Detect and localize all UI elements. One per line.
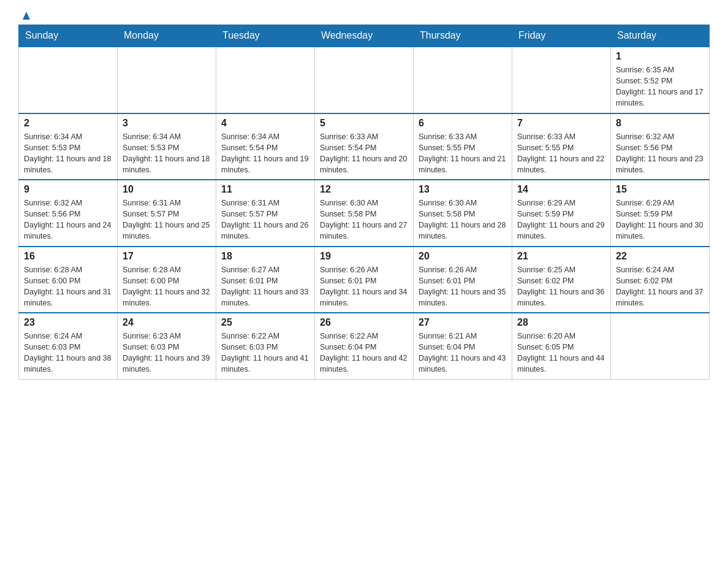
calendar-week-row: 2Sunrise: 6:34 AM Sunset: 5:53 PM Daylig… <box>19 113 710 180</box>
day-number: 6 <box>419 118 507 129</box>
day-info: Sunrise: 6:21 AM Sunset: 6:04 PM Dayligh… <box>419 331 507 375</box>
table-row: 15Sunrise: 6:29 AM Sunset: 5:59 PM Dayli… <box>611 180 710 247</box>
table-row: 28Sunrise: 6:20 AM Sunset: 6:05 PM Dayli… <box>512 313 611 379</box>
day-number: 20 <box>419 251 507 262</box>
day-number: 24 <box>123 317 211 328</box>
day-info: Sunrise: 6:32 AM Sunset: 5:56 PM Dayligh… <box>24 197 112 242</box>
table-row: 11Sunrise: 6:31 AM Sunset: 5:57 PM Dayli… <box>216 180 315 247</box>
table-row: 25Sunrise: 6:22 AM Sunset: 6:03 PM Dayli… <box>216 313 315 379</box>
day-info: Sunrise: 6:22 AM Sunset: 6:03 PM Dayligh… <box>221 331 309 375</box>
table-row: 7Sunrise: 6:33 AM Sunset: 5:55 PM Daylig… <box>512 113 611 180</box>
day-info: Sunrise: 6:25 AM Sunset: 6:02 PM Dayligh… <box>517 264 605 309</box>
day-info: Sunrise: 6:24 AM Sunset: 6:03 PM Dayligh… <box>24 331 112 375</box>
day-info: Sunrise: 6:27 AM Sunset: 6:01 PM Dayligh… <box>221 264 309 309</box>
day-info: Sunrise: 6:26 AM Sunset: 6:01 PM Dayligh… <box>419 264 507 309</box>
calendar-week-row: 23Sunrise: 6:24 AM Sunset: 6:03 PM Dayli… <box>19 313 710 379</box>
day-number: 25 <box>221 317 309 328</box>
day-info: Sunrise: 6:26 AM Sunset: 6:01 PM Dayligh… <box>320 264 408 309</box>
table-row <box>216 47 315 113</box>
day-number: 5 <box>320 118 408 129</box>
day-info: Sunrise: 6:34 AM Sunset: 5:53 PM Dayligh… <box>123 131 211 176</box>
table-row: 3Sunrise: 6:34 AM Sunset: 5:53 PM Daylig… <box>118 113 216 180</box>
day-number: 7 <box>517 118 605 129</box>
table-row <box>512 47 611 113</box>
day-number: 12 <box>320 184 408 195</box>
calendar-header-row: Sunday Monday Tuesday Wednesday Thursday… <box>19 25 710 47</box>
table-row: 27Sunrise: 6:21 AM Sunset: 6:04 PM Dayli… <box>414 313 512 379</box>
day-info: Sunrise: 6:28 AM Sunset: 6:00 PM Dayligh… <box>24 264 112 309</box>
table-row <box>315 47 414 113</box>
day-info: Sunrise: 6:29 AM Sunset: 5:59 PM Dayligh… <box>517 197 605 242</box>
col-sunday: Sunday <box>19 25 118 47</box>
day-info: Sunrise: 6:20 AM Sunset: 6:05 PM Dayligh… <box>517 331 605 375</box>
day-number: 18 <box>221 251 309 262</box>
table-row: 5Sunrise: 6:33 AM Sunset: 5:54 PM Daylig… <box>315 113 414 180</box>
calendar-week-row: 1Sunrise: 6:35 AM Sunset: 5:52 PM Daylig… <box>19 47 710 113</box>
col-wednesday: Wednesday <box>315 25 414 47</box>
col-thursday: Thursday <box>414 25 512 47</box>
table-row: 8Sunrise: 6:32 AM Sunset: 5:56 PM Daylig… <box>611 113 710 180</box>
page-header <box>18 12 710 18</box>
table-row: 1Sunrise: 6:35 AM Sunset: 5:52 PM Daylig… <box>611 47 710 113</box>
day-number: 17 <box>123 251 211 262</box>
day-info: Sunrise: 6:29 AM Sunset: 5:59 PM Dayligh… <box>616 197 704 242</box>
table-row: 6Sunrise: 6:33 AM Sunset: 5:55 PM Daylig… <box>414 113 512 180</box>
day-number: 14 <box>517 184 605 195</box>
day-number: 9 <box>24 184 112 195</box>
day-info: Sunrise: 6:35 AM Sunset: 5:52 PM Dayligh… <box>616 64 704 109</box>
calendar-week-row: 9Sunrise: 6:32 AM Sunset: 5:56 PM Daylig… <box>19 180 710 247</box>
day-info: Sunrise: 6:24 AM Sunset: 6:02 PM Dayligh… <box>616 264 704 309</box>
col-tuesday: Tuesday <box>216 25 315 47</box>
day-info: Sunrise: 6:30 AM Sunset: 5:58 PM Dayligh… <box>320 197 408 242</box>
day-number: 3 <box>123 118 211 129</box>
day-number: 28 <box>517 317 605 328</box>
day-info: Sunrise: 6:32 AM Sunset: 5:56 PM Dayligh… <box>616 131 704 176</box>
col-monday: Monday <box>118 25 216 47</box>
day-info: Sunrise: 6:22 AM Sunset: 6:04 PM Dayligh… <box>320 331 408 375</box>
logo-triangle-icon <box>20 9 33 22</box>
svg-marker-0 <box>23 12 30 20</box>
col-saturday: Saturday <box>611 25 710 47</box>
day-number: 26 <box>320 317 408 328</box>
table-row <box>19 47 118 113</box>
day-info: Sunrise: 6:33 AM Sunset: 5:55 PM Dayligh… <box>419 131 507 176</box>
table-row <box>611 313 710 379</box>
day-number: 1 <box>616 51 704 62</box>
day-number: 22 <box>616 251 704 262</box>
logo <box>18 12 33 18</box>
table-row: 12Sunrise: 6:30 AM Sunset: 5:58 PM Dayli… <box>315 180 414 247</box>
day-info: Sunrise: 6:31 AM Sunset: 5:57 PM Dayligh… <box>123 197 211 242</box>
day-number: 15 <box>616 184 704 195</box>
table-row: 18Sunrise: 6:27 AM Sunset: 6:01 PM Dayli… <box>216 247 315 313</box>
table-row: 14Sunrise: 6:29 AM Sunset: 5:59 PM Dayli… <box>512 180 611 247</box>
table-row: 17Sunrise: 6:28 AM Sunset: 6:00 PM Dayli… <box>118 247 216 313</box>
table-row: 16Sunrise: 6:28 AM Sunset: 6:00 PM Dayli… <box>19 247 118 313</box>
table-row <box>118 47 216 113</box>
day-info: Sunrise: 6:31 AM Sunset: 5:57 PM Dayligh… <box>221 197 309 242</box>
table-row: 9Sunrise: 6:32 AM Sunset: 5:56 PM Daylig… <box>19 180 118 247</box>
table-row: 4Sunrise: 6:34 AM Sunset: 5:54 PM Daylig… <box>216 113 315 180</box>
day-number: 23 <box>24 317 112 328</box>
table-row: 23Sunrise: 6:24 AM Sunset: 6:03 PM Dayli… <box>19 313 118 379</box>
calendar-table: Sunday Monday Tuesday Wednesday Thursday… <box>18 25 710 380</box>
table-row: 19Sunrise: 6:26 AM Sunset: 6:01 PM Dayli… <box>315 247 414 313</box>
table-row <box>414 47 512 113</box>
day-info: Sunrise: 6:30 AM Sunset: 5:58 PM Dayligh… <box>419 197 507 242</box>
table-row: 20Sunrise: 6:26 AM Sunset: 6:01 PM Dayli… <box>414 247 512 313</box>
table-row: 26Sunrise: 6:22 AM Sunset: 6:04 PM Dayli… <box>315 313 414 379</box>
table-row: 24Sunrise: 6:23 AM Sunset: 6:03 PM Dayli… <box>118 313 216 379</box>
day-info: Sunrise: 6:23 AM Sunset: 6:03 PM Dayligh… <box>123 331 211 375</box>
day-number: 27 <box>419 317 507 328</box>
day-info: Sunrise: 6:28 AM Sunset: 6:00 PM Dayligh… <box>123 264 211 309</box>
day-number: 8 <box>616 118 704 129</box>
day-number: 2 <box>24 118 112 129</box>
table-row: 2Sunrise: 6:34 AM Sunset: 5:53 PM Daylig… <box>19 113 118 180</box>
table-row: 13Sunrise: 6:30 AM Sunset: 5:58 PM Dayli… <box>414 180 512 247</box>
day-number: 21 <box>517 251 605 262</box>
day-info: Sunrise: 6:33 AM Sunset: 5:54 PM Dayligh… <box>320 131 408 176</box>
day-number: 19 <box>320 251 408 262</box>
day-info: Sunrise: 6:34 AM Sunset: 5:54 PM Dayligh… <box>221 131 309 176</box>
day-number: 16 <box>24 251 112 262</box>
table-row: 21Sunrise: 6:25 AM Sunset: 6:02 PM Dayli… <box>512 247 611 313</box>
calendar-week-row: 16Sunrise: 6:28 AM Sunset: 6:00 PM Dayli… <box>19 247 710 313</box>
